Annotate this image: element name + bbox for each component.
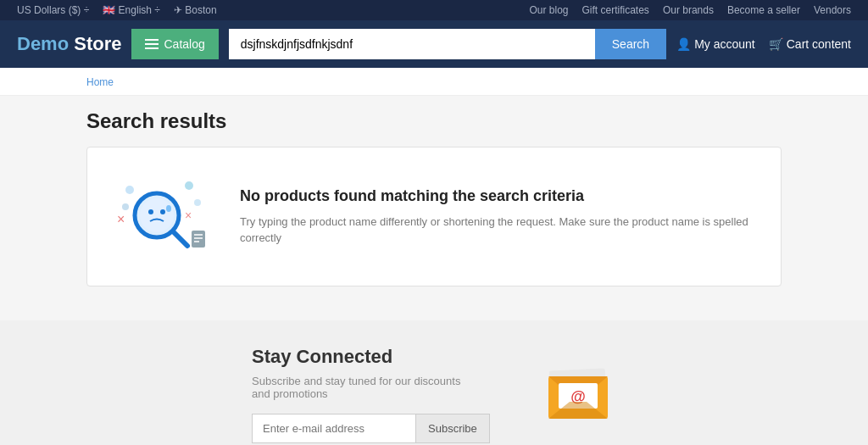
svg-point-9 bbox=[148, 209, 153, 214]
search-sad-icon: × × bbox=[113, 173, 214, 258]
email-subscribe-form: Subscribe bbox=[252, 414, 472, 443]
page-title: Search results bbox=[86, 109, 782, 133]
currency-selector[interactable]: US Dollars ($) ÷ bbox=[17, 4, 89, 16]
svg-point-0 bbox=[125, 186, 134, 194]
account-icon: 👤 bbox=[676, 37, 691, 51]
stay-connected-left: Stay Connected Subscribe and stay tuned … bbox=[252, 346, 472, 443]
home-breadcrumb[interactable]: Home bbox=[86, 76, 114, 88]
breadcrumb-bar: Home bbox=[0, 68, 868, 96]
language-selector[interactable]: 🇬🇧 English ÷ bbox=[103, 4, 160, 16]
svg-point-3 bbox=[194, 199, 201, 206]
svg-text:×: × bbox=[117, 212, 125, 226]
svg-line-12 bbox=[174, 232, 187, 246]
no-results-text: No products found matching the search cr… bbox=[240, 187, 755, 247]
logo-demo: Demo bbox=[17, 33, 69, 54]
svg-point-8 bbox=[140, 198, 174, 232]
logo[interactable]: Demo Store bbox=[17, 33, 121, 55]
stay-connected-section: Stay Connected Subscribe and stay tuned … bbox=[0, 320, 868, 445]
search-button[interactable]: Search bbox=[595, 29, 666, 59]
logo-store: Store bbox=[69, 33, 121, 54]
become-seller-link[interactable]: Become a seller bbox=[727, 4, 800, 16]
location-indicator: ✈ Boston bbox=[174, 4, 217, 16]
no-results-description: Try typing the product name differently … bbox=[240, 214, 755, 247]
top-bar-right: Our blog Gift certificates Our brands Be… bbox=[529, 4, 851, 16]
search-bar: Search bbox=[229, 29, 666, 59]
top-bar: US Dollars ($) ÷ 🇬🇧 English ÷ ✈ Boston O… bbox=[0, 0, 868, 20]
flag-icon: 🇬🇧 bbox=[103, 4, 115, 16]
subscribe-button[interactable]: Subscribe bbox=[416, 414, 490, 443]
svg-point-10 bbox=[160, 209, 165, 214]
email-input[interactable] bbox=[252, 414, 416, 443]
no-results-heading: No products found matching the search cr… bbox=[240, 187, 755, 205]
cart-link[interactable]: 🛒 Cart content bbox=[769, 37, 851, 51]
catalog-button[interactable]: Catalog bbox=[131, 29, 218, 59]
svg-point-1 bbox=[122, 203, 129, 210]
no-results-illustration: × × bbox=[113, 173, 214, 260]
no-results-card: × × bbox=[86, 147, 782, 286]
our-brands-link[interactable]: Our brands bbox=[663, 4, 714, 16]
hamburger-icon bbox=[145, 39, 159, 49]
main-section: Search results × × bbox=[0, 96, 868, 320]
svg-point-2 bbox=[185, 181, 193, 190]
search-input[interactable] bbox=[229, 29, 595, 59]
gift-certificates-link[interactable]: Gift certificates bbox=[582, 4, 649, 16]
svg-rect-13 bbox=[192, 231, 205, 248]
svg-text:×: × bbox=[185, 209, 192, 222]
stay-connected-title: Stay Connected bbox=[252, 346, 472, 368]
cart-icon: 🛒 bbox=[769, 37, 783, 51]
header-right: 👤 My account 🛒 Cart content bbox=[676, 37, 851, 51]
my-account-link[interactable]: 👤 My account bbox=[676, 37, 755, 51]
header: Demo Store Catalog Search 👤 My account 🛒… bbox=[0, 20, 868, 68]
top-bar-left: US Dollars ($) ÷ 🇬🇧 English ÷ ✈ Boston bbox=[17, 4, 217, 16]
svg-point-11 bbox=[166, 205, 171, 212]
vendors-link[interactable]: Vendors bbox=[814, 4, 851, 16]
stay-connected-subtitle: Subscribe and stay tuned for our discoun… bbox=[252, 375, 472, 400]
main-content: Search results × × bbox=[70, 96, 798, 312]
blog-link[interactable]: Our blog bbox=[529, 4, 568, 16]
envelope-icon: @ bbox=[540, 359, 616, 427]
envelope-illustration: @ bbox=[540, 359, 616, 430]
breadcrumb: Home bbox=[86, 76, 114, 88]
